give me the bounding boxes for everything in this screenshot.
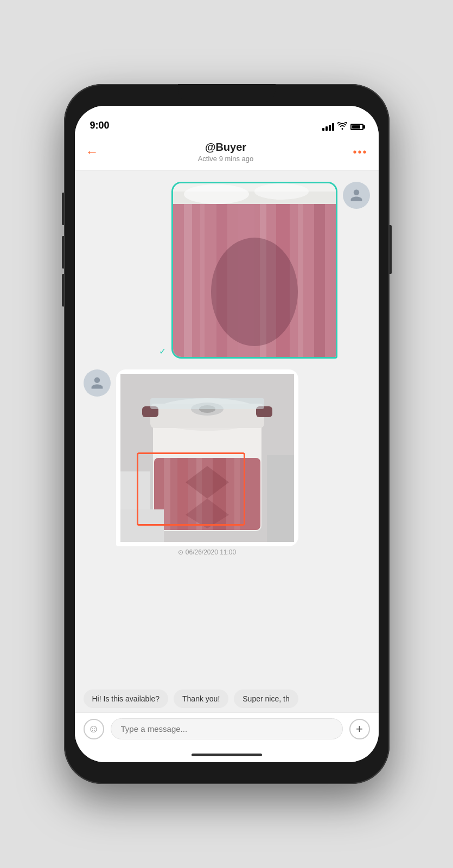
notch xyxy=(178,84,276,103)
contact-status: Active 9 mins ago xyxy=(99,155,353,163)
back-button[interactable]: ← xyxy=(86,144,99,159)
signal-bars-icon xyxy=(322,123,334,131)
emoji-button[interactable]: ☺ xyxy=(84,719,104,739)
svg-rect-10 xyxy=(314,204,325,357)
contact-info: @Buyer Active 9 mins ago xyxy=(99,141,353,163)
svg-rect-30 xyxy=(150,398,264,409)
receiver-avatar xyxy=(84,369,111,397)
svg-rect-21 xyxy=(164,458,170,530)
battery-fill xyxy=(352,125,360,129)
quick-reply-thankyou[interactable]: Thank you! xyxy=(174,690,228,708)
received-product-image[interactable] xyxy=(120,374,294,542)
svg-rect-33 xyxy=(267,455,294,542)
svg-rect-3 xyxy=(184,204,192,357)
home-indicator-bar xyxy=(192,754,262,756)
signal-bar-2 xyxy=(326,126,328,131)
quick-replies-bar: Hi! Is this available? Thank you! Super … xyxy=(75,685,379,712)
signal-bar-3 xyxy=(329,125,331,131)
phone-frame: 9:00 xyxy=(0,0,453,868)
svg-rect-32 xyxy=(120,509,164,542)
received-message: ⊙ 06/26/2020 11:00 xyxy=(84,369,370,556)
home-indicator xyxy=(75,747,379,762)
svg-rect-9 xyxy=(298,204,303,357)
input-bar: ☺ + xyxy=(75,712,379,747)
svg-rect-22 xyxy=(177,458,188,530)
battery-icon xyxy=(350,124,363,130)
svg-rect-4 xyxy=(200,204,205,357)
sent-message: ✓ xyxy=(84,182,370,359)
status-time: 9:00 xyxy=(90,120,110,131)
signal-bar-1 xyxy=(322,128,324,131)
sent-image-bubble[interactable] xyxy=(171,182,337,359)
received-image-bubble[interactable] xyxy=(116,369,298,546)
svg-rect-31 xyxy=(120,471,150,515)
sent-product-image[interactable] xyxy=(173,183,336,357)
message-checkmark: ✓ xyxy=(159,346,166,356)
svg-rect-25 xyxy=(234,458,240,530)
add-attachment-button[interactable]: + xyxy=(349,719,370,739)
chat-area: ✓ xyxy=(75,171,379,685)
emoji-icon: ☺ xyxy=(88,723,99,735)
quick-reply-supernice[interactable]: Super nice, th xyxy=(234,690,298,708)
phone-screen: 9:00 xyxy=(75,106,379,762)
status-bar: 9:00 xyxy=(75,106,379,136)
sender-avatar xyxy=(343,182,370,209)
message-timestamp: ⊙ 06/26/2020 11:00 xyxy=(116,548,298,556)
more-options-button[interactable]: ••• xyxy=(353,146,367,158)
quick-reply-available[interactable]: Hi! Is this available? xyxy=(84,690,169,708)
svg-point-13 xyxy=(254,183,309,200)
svg-point-12 xyxy=(184,184,249,204)
message-input[interactable] xyxy=(111,718,343,739)
wifi-icon xyxy=(337,122,347,131)
contact-name: @Buyer xyxy=(99,141,353,154)
signal-bar-4 xyxy=(332,123,334,131)
status-icons xyxy=(322,122,363,131)
clock-icon: ⊙ xyxy=(178,548,183,556)
svg-point-11 xyxy=(211,238,298,346)
chat-header: ← @Buyer Active 9 mins ago ••• xyxy=(75,136,379,171)
phone-body: 9:00 xyxy=(64,84,390,784)
plus-icon: + xyxy=(356,722,363,736)
